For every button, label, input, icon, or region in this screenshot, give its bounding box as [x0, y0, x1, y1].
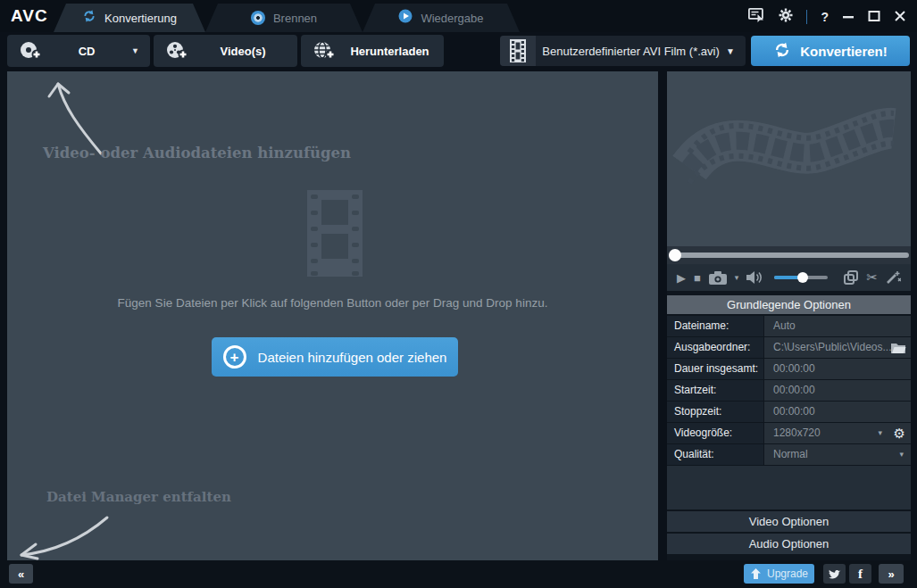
table-row: Qualität: Normal ▾ [667, 444, 911, 465]
expand-panel-button[interactable]: » [879, 564, 904, 584]
tab-label: Konvertierung [104, 12, 177, 25]
file-manager-hint: Datei Manager entfalten [46, 489, 231, 505]
start-time-value[interactable]: 00:00:00 [764, 380, 911, 401]
total-duration-label: Dauer insgesamt: [667, 359, 763, 379]
start-time-label: Startzeit: [667, 380, 763, 401]
minimize-button[interactable] [842, 9, 854, 25]
quality-dropdown[interactable]: Normal ▾ [764, 444, 911, 465]
volume-slider[interactable] [774, 276, 828, 279]
titlebar: AVC Konvertierung Brennen [0, 0, 917, 32]
total-duration-value: 00:00:00 [764, 359, 911, 379]
folder-browse-icon[interactable] [891, 337, 906, 358]
file-drop-area[interactable]: Video- oder Audiodateien hinzufügen Füge… [7, 71, 658, 560]
chevron-down-icon: ▼ [726, 46, 735, 56]
sync-icon [773, 41, 791, 62]
output-format-select[interactable]: Benutzerdefinierter AVI Film (*.avi) ▼ [500, 36, 746, 66]
video-preview-area [667, 71, 911, 246]
effects-wand-icon[interactable] [886, 270, 901, 285]
filename-label: Dateiname: [667, 316, 763, 336]
filmstrip-icon [500, 36, 536, 66]
feedback-icon[interactable] [748, 8, 765, 26]
seek-thumb[interactable] [669, 249, 681, 261]
film-placeholder-icon [295, 190, 375, 277]
snapshot-menu-caret[interactable]: ▾ [735, 273, 739, 282]
tab-brennen[interactable]: Brennen [205, 4, 363, 32]
titlebar-separator [806, 10, 807, 24]
collapse-file-manager-button[interactable]: « [9, 564, 33, 584]
tab-label: Wiedergabe [421, 12, 483, 25]
preview-options-panel: ▶ ■ ▾ [667, 71, 911, 560]
film-ribbon-graphic [667, 71, 911, 246]
audio-options-section[interactable]: Audio Optionen [667, 533, 911, 554]
settings-gear-icon[interactable] [779, 8, 793, 26]
chevron-down-icon[interactable]: ▾ [878, 423, 882, 443]
app-window: AVC Konvertierung Brennen [0, 0, 917, 588]
table-row: Stoppzeit: 00:00:00 [667, 402, 911, 422]
table-row: Dauer insgesamt: 00:00:00 [667, 359, 911, 379]
volume-fill [774, 276, 799, 279]
volume-icon[interactable] [746, 270, 764, 285]
stop-time-value[interactable]: 00:00:00 [764, 402, 911, 422]
convert-button[interactable]: Konvertieren! [751, 36, 910, 66]
options-empty-area [667, 466, 911, 509]
stop-button[interactable]: ■ [694, 271, 701, 285]
twitter-button[interactable] [823, 564, 846, 584]
tab-wiedergabe[interactable]: Wiedergabe [363, 4, 520, 32]
add-videos-label: Video(s) [188, 45, 297, 58]
chevron-down-icon: ▼ [131, 46, 139, 55]
play-button[interactable]: ▶ [677, 271, 686, 285]
player-controls: ▶ ■ ▾ [667, 264, 911, 291]
cut-scissors-icon[interactable]: ✂ [866, 269, 878, 286]
add-files-button-label: Dateien hinzufügen oder ziehen [258, 350, 447, 365]
add-files-hint: Video- oder Audiodateien hinzufügen [43, 145, 351, 161]
seek-bar[interactable] [667, 246, 911, 264]
tab-label: Brennen [273, 12, 317, 25]
hand-drawn-arrow-down-left [7, 509, 114, 560]
upgrade-label: Upgrade [767, 567, 808, 580]
output-folder-label: Ausgabeordner: [667, 337, 763, 358]
video-size-settings-gear-icon[interactable]: ⚙ [894, 423, 905, 443]
convert-label: Konvertieren! [800, 44, 888, 59]
add-videos-button[interactable]: Video(s) [154, 35, 297, 67]
output-format-value: Benutzerdefinierter AVI Film (*.avi) [536, 45, 726, 58]
snapshot-button[interactable] [709, 271, 727, 285]
close-button[interactable] [894, 9, 906, 25]
add-cd-button[interactable]: CD ▼ [7, 35, 150, 67]
copy-clip-icon[interactable] [844, 270, 858, 285]
globe-plus-icon [313, 39, 336, 62]
volume-thumb[interactable] [797, 272, 808, 283]
sync-icon [82, 9, 96, 27]
cd-plus-icon [19, 39, 42, 62]
table-row: Ausgabeordner: C:\Users\Public\Videos... [667, 337, 911, 358]
tab-konvertierung[interactable]: Konvertierung [54, 4, 205, 32]
drag-drop-instruction: Fügen Sie Dateien per Klick auf folgende… [7, 296, 658, 310]
video-options-section[interactable]: Video Optionen [667, 510, 911, 532]
add-files-button[interactable]: + Dateien hinzufügen oder ziehen [212, 337, 458, 377]
upgrade-button[interactable]: Upgrade [744, 564, 814, 584]
window-controls: ? [748, 8, 906, 26]
plus-icon: + [223, 345, 246, 369]
seek-track[interactable] [669, 253, 909, 258]
output-folder-value[interactable]: C:\Users\Public\Videos... [764, 337, 911, 358]
filename-value[interactable]: Auto [764, 316, 911, 336]
statusbar: « Upgrade f » [0, 560, 917, 588]
download-button[interactable]: Herunterladen [301, 35, 444, 67]
reel-plus-icon [165, 39, 188, 62]
maximize-button[interactable] [868, 9, 880, 25]
facebook-button[interactable]: f [849, 564, 871, 584]
up-arrow-icon [750, 568, 762, 580]
quality-label: Qualität: [667, 444, 763, 465]
twitter-bird-icon [828, 568, 841, 580]
table-row: Startzeit: 00:00:00 [667, 380, 911, 401]
download-label: Herunterladen [336, 45, 444, 58]
add-cd-label: CD [42, 45, 131, 58]
facebook-f-icon: f [858, 567, 863, 582]
play-circle-icon [398, 9, 413, 27]
help-button[interactable]: ? [821, 10, 829, 24]
tab-bar: Konvertierung Brennen Wiedergabe [54, 4, 520, 32]
chevron-down-icon[interactable]: ▾ [899, 444, 904, 465]
app-logo: AVC [11, 6, 48, 26]
stop-time-label: Stoppzeit: [667, 402, 763, 422]
table-row: Videogröße: 1280x720 ▾ ⚙ [667, 423, 911, 443]
video-size-dropdown[interactable]: 1280x720 ▾ ⚙ [764, 423, 911, 443]
